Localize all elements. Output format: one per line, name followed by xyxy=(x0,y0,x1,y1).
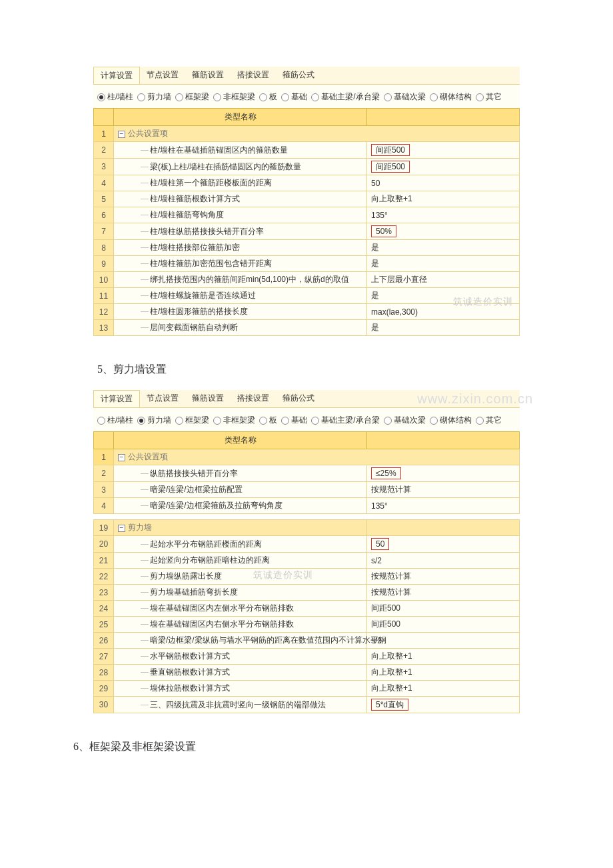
radio-foundation-secbeam[interactable]: 基础次梁 xyxy=(384,91,426,103)
setting-value[interactable]: 是 xyxy=(367,320,520,336)
table-row[interactable]: 20—起始水平分布钢筋距楼面的距离50 xyxy=(94,536,520,553)
table-row[interactable]: 7—柱/墙柱纵筋搭接接头错开百分率50% xyxy=(94,223,520,240)
tab-calc-settings[interactable]: 计算设置 xyxy=(93,390,140,407)
table-row[interactable]: 10—绑扎搭接范围内的箍筋间距min(5d,100)中，纵筋d的取值上下层最小直… xyxy=(94,272,520,288)
table-row[interactable]: 12—柱/墙柱圆形箍筋的搭接长度max(lae,300) xyxy=(94,304,520,320)
setting-value[interactable]: s/2 xyxy=(367,553,520,569)
row-number: 3 xyxy=(94,159,114,175)
setting-value[interactable]: max(lae,300) xyxy=(367,304,520,320)
setting-label: —墙在基础锚固区内右侧水平分布钢筋排数 xyxy=(114,617,367,633)
table-row[interactable]: 26—暗梁/边框梁/梁纵筋与墙水平钢筋的距离在数值范围内不计算水平钢s/2 xyxy=(94,633,520,649)
table-row[interactable]: 29—墙体拉筋根数计算方式向上取整+1 xyxy=(94,681,520,697)
table-row[interactable]: 5—柱/墙柱箍筋根数计算方式向上取整+1 xyxy=(94,191,520,207)
setting-value[interactable]: 向上取整+1 xyxy=(367,665,520,681)
radio-slab[interactable]: 板 xyxy=(259,415,277,426)
collapse-icon[interactable]: − xyxy=(118,131,125,138)
table-row[interactable]: 3—暗梁/连梁/边框梁拉筋配置按规范计算 xyxy=(94,482,520,498)
setting-value[interactable]: s/2 xyxy=(367,633,520,649)
tab-calc-settings[interactable]: 计算设置 xyxy=(93,67,140,84)
setting-value[interactable]: 向上取整+1 xyxy=(367,681,520,697)
table-row[interactable]: 8—柱/墙柱搭接部位箍筋加密是 xyxy=(94,240,520,256)
table-row[interactable]: 30—三、四级抗震及非抗震时竖向一级钢筋的端部做法5*d直钩 xyxy=(94,697,520,713)
table-row[interactable]: 13—层间变截面钢筋自动判断是 xyxy=(94,320,520,336)
col-name: 类型名称 xyxy=(114,109,367,126)
table-row[interactable]: 4—柱/墙柱第一个箍筋距楼板面的距离50 xyxy=(94,175,520,191)
table-row[interactable]: 28—垂直钢筋根数计算方式向上取整+1 xyxy=(94,665,520,681)
tab-stirrup-formula[interactable]: 箍筋公式 xyxy=(276,390,321,407)
radio-framebeam[interactable]: 框架梁 xyxy=(175,91,209,103)
radio-circle-icon xyxy=(97,417,105,425)
table-row[interactable]: 25—墙在基础锚固区内右侧水平分布钢筋排数间距500 xyxy=(94,617,520,633)
collapse-icon[interactable]: − xyxy=(118,454,125,461)
setting-label: —三、四级抗震及非抗震时竖向一级钢筋的端部做法 xyxy=(114,697,367,713)
group-row[interactable]: 1 −公共设置项 xyxy=(94,126,520,142)
setting-value[interactable]: 50 xyxy=(367,536,520,553)
group-row[interactable]: 19 −剪力墙 xyxy=(94,520,520,536)
table-row[interactable]: 4—暗梁/连梁/边框梁箍筋及拉筋弯钩角度135° xyxy=(94,498,520,514)
tabs-bar: 计算设置 节点设置 箍筋设置 搭接设置 箍筋公式 xyxy=(93,67,520,85)
table-row[interactable]: 2—纵筋搭接接头错开百分率≤25% xyxy=(94,465,520,482)
setting-value[interactable]: 5*d直钩 xyxy=(367,697,520,713)
setting-value[interactable]: 135° xyxy=(367,207,520,223)
radio-slab[interactable]: 板 xyxy=(259,91,277,103)
setting-value[interactable]: 是 xyxy=(367,240,520,256)
table-row[interactable]: 2—柱/墙柱在基础插筋锚固区内的箍筋数量间距500 xyxy=(94,142,520,159)
col-value xyxy=(367,432,520,449)
setting-value[interactable]: 上下层最小直径 xyxy=(367,272,520,288)
tab-lap-settings[interactable]: 搭接设置 xyxy=(231,67,276,84)
radio-foundation-mainbeam[interactable]: 基础主梁/承台梁 xyxy=(311,91,379,103)
radio-other[interactable]: 其它 xyxy=(476,415,502,426)
table-row[interactable]: 21—起始竖向分布钢筋距暗柱边的距离s/2 xyxy=(94,553,520,569)
collapse-icon[interactable]: − xyxy=(118,525,125,532)
setting-value[interactable]: 按规范计算 xyxy=(367,585,520,601)
radio-nonframebeam[interactable]: 非框架梁 xyxy=(213,91,255,103)
setting-value[interactable]: ≤25% xyxy=(367,465,520,482)
radio-shearwall[interactable]: 剪力墙 xyxy=(137,91,171,103)
tab-lap-settings[interactable]: 搭接设置 xyxy=(231,390,276,407)
row-number: 4 xyxy=(94,175,114,191)
radio-other[interactable]: 其它 xyxy=(476,91,502,103)
radio-foundation-secbeam[interactable]: 基础次梁 xyxy=(384,415,426,426)
group-label: 剪力墙 xyxy=(128,523,152,532)
row-number: 25 xyxy=(94,617,114,633)
setting-value[interactable]: 按规范计算 xyxy=(367,482,520,498)
category-radiobar: 柱/墙柱 剪力墙 框架梁 非框架梁 板 基础 基础主梁/承台梁 基础次梁 砌体结… xyxy=(93,408,520,431)
radio-foundation[interactable]: 基础 xyxy=(281,91,307,103)
table-row[interactable]: 11—柱/墙柱螺旋箍筋是否连续通过是 xyxy=(94,288,520,304)
radio-shearwall[interactable]: 剪力墙 xyxy=(137,415,171,426)
setting-value[interactable]: 间距500 xyxy=(367,142,520,159)
radio-foundation[interactable]: 基础 xyxy=(281,415,307,426)
tab-stirrup-settings[interactable]: 箍筋设置 xyxy=(185,390,231,407)
setting-value[interactable]: 向上取整+1 xyxy=(367,649,520,665)
table-row[interactable]: 9—柱/墙柱箍筋加密范围包含错开距离是 xyxy=(94,256,520,272)
table-row[interactable]: 22—剪力墙纵筋露出长度按规范计算 xyxy=(94,569,520,585)
row-number: 19 xyxy=(94,520,114,536)
setting-value[interactable]: 按规范计算 xyxy=(367,569,520,585)
table-row[interactable]: 24—墙在基础锚固区内左侧水平分布钢筋排数间距500 xyxy=(94,601,520,617)
setting-value[interactable]: 135° xyxy=(367,498,520,514)
radio-foundation-mainbeam[interactable]: 基础主梁/承台梁 xyxy=(311,415,379,426)
setting-value[interactable]: 间距500 xyxy=(367,617,520,633)
setting-value[interactable]: 是 xyxy=(367,256,520,272)
radio-nonframebeam[interactable]: 非框架梁 xyxy=(213,415,255,426)
tab-stirrup-settings[interactable]: 箍筋设置 xyxy=(185,67,231,84)
setting-value[interactable]: 向上取整+1 xyxy=(367,191,520,207)
tab-stirrup-formula[interactable]: 箍筋公式 xyxy=(276,67,321,84)
radio-masonry[interactable]: 砌体结构 xyxy=(430,91,472,103)
tab-node-settings[interactable]: 节点设置 xyxy=(140,390,185,407)
setting-value[interactable]: 50% xyxy=(367,223,520,240)
radio-column-wall[interactable]: 柱/墙柱 xyxy=(97,91,133,103)
table-row[interactable]: 6—柱/墙柱箍筋弯钩角度135° xyxy=(94,207,520,223)
radio-framebeam[interactable]: 框架梁 xyxy=(175,415,209,426)
table-row[interactable]: 3—梁(板)上柱/墙柱在插筋锚固区内的箍筋数量间距500 xyxy=(94,159,520,175)
radio-column-wall[interactable]: 柱/墙柱 xyxy=(97,415,133,426)
setting-value[interactable]: 50 xyxy=(367,175,520,191)
group-row[interactable]: 1 −公共设置项 xyxy=(94,449,520,465)
table-row[interactable]: 23—剪力墙基础插筋弯折长度按规范计算 xyxy=(94,585,520,601)
table-row[interactable]: 27—水平钢筋根数计算方式向上取整+1 xyxy=(94,649,520,665)
setting-value[interactable]: 是 xyxy=(367,288,520,304)
setting-value[interactable]: 间距500 xyxy=(367,601,520,617)
setting-value[interactable]: 间距500 xyxy=(367,159,520,175)
radio-masonry[interactable]: 砌体结构 xyxy=(430,415,472,426)
tab-node-settings[interactable]: 节点设置 xyxy=(140,67,185,84)
